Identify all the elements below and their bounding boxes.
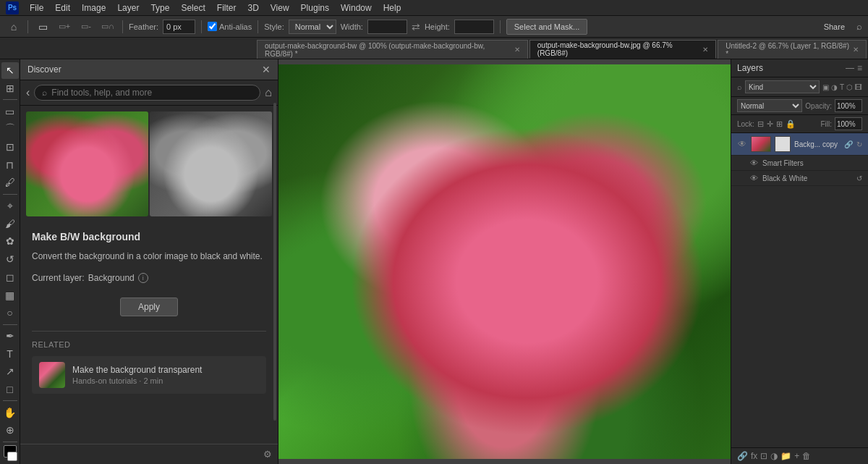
delete-layer-icon[interactable]: 🗑 [802,451,811,461]
width-input[interactable] [367,20,407,34]
sublayer-bw[interactable]: 👁 Black & White ↺ [731,171,868,186]
hand-tool[interactable]: ✋ [1,404,19,421]
settings-icon[interactable]: ⚙ [263,449,272,460]
apply-button[interactable]: Apply [120,298,178,316]
menu-layer[interactable]: Layer [112,1,144,14]
marquee-intersect-icon[interactable]: ▭∩ [99,18,116,35]
style-select[interactable]: Normal [289,20,336,34]
menu-3d[interactable]: 3D [242,1,263,14]
layer-options-icon[interactable]: ↻ [856,140,862,148]
chain-link-icon: 🔗 [844,140,853,148]
spot-heal-tool[interactable]: ⌖ [1,198,19,214]
new-layer-icon[interactable]: + [794,451,799,461]
home-button[interactable]: ⌂ [265,86,272,99]
clone-stamp-tool[interactable]: ✿ [1,233,19,250]
lock-move-icon[interactable]: ✛ [767,119,773,129]
sublayer-vis-smart[interactable]: 👁 [749,158,759,168]
tab-close-1[interactable]: ✕ [702,46,708,54]
menu-edit[interactable]: Edit [50,1,75,14]
menu-view[interactable]: View [265,1,294,14]
anti-alias-checkbox[interactable] [208,22,217,31]
discover-search-input[interactable] [51,88,252,98]
add-mask-icon[interactable]: ⊡ [760,451,767,461]
discover-close-button[interactable]: ✕ [262,64,271,75]
discover-content: Make B/W background Convert the backgrou… [20,222,278,444]
dodge-tool[interactable]: ○ [1,305,19,321]
home-icon[interactable]: ⌂ [6,19,22,35]
related-item-0[interactable]: Make the background transparent Hands-on… [32,356,266,394]
preview-area [26,111,272,216]
tab-1[interactable]: output-make-background-bw.jpg @ 66.7% (R… [529,40,716,59]
swap-dimensions-icon[interactable]: ⇄ [412,21,420,33]
fx-icon[interactable]: fx [751,451,757,461]
link-layers-icon[interactable]: 🔗 [737,451,748,461]
adjustment-icon[interactable]: ◑ [770,451,778,461]
move-tool[interactable]: ↖ [1,62,19,79]
filter-pixel-icon[interactable]: ▣ [822,83,829,91]
pen-tool[interactable]: ✒ [1,327,19,344]
sublayer-smart-filters[interactable]: 👁 Smart Filters [731,156,868,171]
height-input[interactable] [454,20,494,34]
sublayer-vis-bw[interactable]: 👁 [749,173,759,183]
lock-pixel-icon[interactable]: ⊟ [757,119,764,129]
filter-adjust-icon[interactable]: ◑ [831,83,838,91]
menu-filter[interactable]: Filter [212,1,242,14]
canvas-area[interactable] [278,59,731,464]
group-icon[interactable]: 📁 [780,451,791,461]
menu-select[interactable]: Select [176,1,210,14]
info-icon[interactable]: i [138,273,148,283]
menu-type[interactable]: Type [145,1,174,14]
lock-artboard-icon[interactable]: ⊞ [776,119,783,129]
crop-tool[interactable]: ⊓ [1,156,19,173]
artboard-tool[interactable]: ⊞ [1,80,19,97]
layers-panel: Layers — ≡ ⌕ Kind ▣ ◑ T ⬡ 🎞 Normal [731,59,868,464]
discover-header: Discover ✕ [20,59,278,80]
back-button[interactable]: ‹ [26,86,30,99]
layer-visibility-0[interactable]: 👁 [737,139,747,149]
background-color[interactable] [7,452,17,461]
gradient-tool[interactable]: ▦ [1,287,19,303]
marquee-add-icon[interactable]: ▭+ [56,18,73,35]
layer-item-0[interactable]: 👁 Backg... copy 🔗 ↻ [731,133,868,156]
eyedropper-tool[interactable]: 🖋 [1,174,19,191]
lock-all-icon[interactable]: 🔒 [786,119,796,129]
menu-file[interactable]: File [25,1,48,14]
blend-mode-select[interactable]: Normal [737,99,802,112]
eraser-tool[interactable]: ◻ [1,269,19,285]
menu-image[interactable]: Image [77,1,111,14]
tab-close-2[interactable]: ✕ [853,46,859,54]
collapse-icon[interactable]: — [846,63,854,73]
tab-0[interactable]: output-make-background-bw @ 100% (output… [257,40,528,59]
marquee-rect-icon[interactable]: ▭ [34,18,51,35]
tab-close-0[interactable]: ✕ [514,46,520,54]
marquee-tool[interactable]: ▭ [1,103,19,119]
history-brush-tool[interactable]: ↺ [1,251,19,268]
layers-search-icon: ⌕ [737,83,742,91]
layers-kind-select[interactable]: Kind [745,80,820,93]
opacity-input[interactable] [835,99,862,112]
filter-shape-icon[interactable]: ⬡ [846,83,853,91]
fill-input[interactable] [835,117,862,130]
menu-window[interactable]: Window [336,1,377,14]
filter-smart-icon[interactable]: 🎞 [855,83,862,91]
tab-2[interactable]: Untitled-2 @ 66.7% (Layer 1, RGB/8#) * ✕ [718,40,867,59]
feather-input[interactable] [163,20,195,34]
type-tool[interactable]: T [1,345,19,362]
path-select-tool[interactable]: ↗ [1,363,19,380]
marquee-sub-icon[interactable]: ▭- [77,18,95,35]
object-select-tool[interactable]: ⊡ [1,139,19,156]
discover-search-bar[interactable]: ⌕ [34,85,260,101]
zoom-tool[interactable]: ⊕ [1,422,19,439]
brush-tool[interactable]: 🖌 [1,215,19,232]
shape-tool[interactable]: □ [1,381,19,398]
select-and-mask-button[interactable]: Select and Mask... [506,19,588,35]
filter-type-icon[interactable]: T [840,83,844,91]
menu-plugins[interactable]: Plugins [296,1,334,14]
sublayer-options-icon[interactable]: ↺ [856,174,862,182]
search-icon[interactable]: ⌕ [856,21,862,32]
lasso-tool[interactable]: ⌒ [1,121,19,138]
menu-help[interactable]: Help [378,1,407,14]
panel-menu-icon[interactable]: ≡ [857,63,862,73]
scroll-track[interactable] [273,103,276,421]
share-button[interactable]: Share [824,22,845,31]
